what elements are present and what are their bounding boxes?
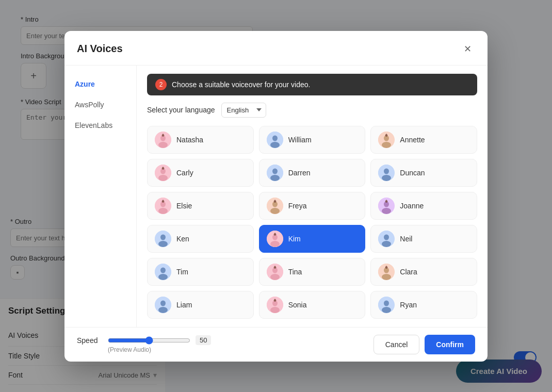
voice-name-clara: Clara: [400, 268, 417, 276]
svg-point-31: [160, 234, 166, 240]
voice-card-darren[interactable]: Darren: [259, 159, 366, 187]
voice-name-ken: Ken: [176, 235, 189, 243]
voice-card-ryan[interactable]: Ryan: [370, 291, 477, 319]
voice-name-carly: Carly: [176, 169, 193, 177]
voice-card-annette[interactable]: Annette: [370, 126, 477, 154]
voice-card-tim[interactable]: Tim: [147, 258, 254, 286]
voice-card-natasha[interactable]: Natasha: [147, 126, 254, 154]
svg-point-47: [382, 274, 391, 280]
voice-name-liam: Liam: [176, 301, 192, 309]
voice-name-neil: Neil: [400, 235, 412, 243]
svg-point-14: [158, 175, 168, 181]
voice-name-freya: Freya: [288, 202, 307, 210]
svg-point-5: [158, 142, 168, 148]
voice-name-kim: Kim: [288, 235, 301, 243]
voice-card-freya[interactable]: Freya: [259, 192, 366, 220]
voice-avatar-kim: [267, 231, 283, 247]
svg-point-56: [382, 307, 391, 313]
svg-point-23: [158, 208, 168, 214]
confirm-button[interactable]: Confirm: [425, 335, 475, 354]
voice-avatar-natasha: [155, 132, 171, 148]
voice-card-sonia[interactable]: Sonia: [259, 291, 366, 319]
voice-avatar-duncan: [378, 165, 395, 181]
voice-name-elsie: Elsie: [176, 202, 192, 210]
voice-card-liam[interactable]: Liam: [147, 291, 254, 319]
speed-label: Speed: [77, 336, 103, 345]
modal-footer: Speed 50 (Preview Audio) Cancel Confirm: [64, 327, 488, 362]
modal-body: Azure AwsPolly ElevenLabs 2 Choose a sui…: [64, 66, 488, 327]
voice-avatar-clara: [378, 264, 395, 280]
svg-point-32: [158, 241, 168, 247]
voice-avatar-tim: [155, 264, 171, 280]
speed-row: Speed 50: [77, 335, 365, 345]
svg-point-55: [384, 300, 389, 306]
voice-name-joanne: Joanne: [400, 202, 424, 210]
tooltip-text: Choose a suitable voiceover for your vid…: [172, 80, 310, 89]
voice-name-sonia: Sonia: [288, 301, 307, 309]
svg-point-8: [270, 142, 280, 148]
language-select[interactable]: English Spanish French: [221, 103, 266, 118]
voice-avatar-neil: [378, 231, 395, 247]
sidebar-item-azure[interactable]: Azure: [64, 74, 136, 94]
svg-point-11: [382, 142, 391, 148]
voice-name-annette: Annette: [400, 136, 425, 144]
tooltip-badge: 2: [155, 79, 167, 90]
modal-header: AI Voices ✕: [64, 31, 488, 66]
voice-avatar-tina: [267, 264, 283, 280]
speed-section: Speed 50 (Preview Audio): [77, 335, 365, 353]
speed-slider[interactable]: [108, 336, 190, 345]
sidebar-item-awspolly[interactable]: AwsPolly: [64, 94, 136, 115]
svg-point-7: [272, 135, 278, 141]
svg-point-35: [270, 241, 280, 247]
voice-main-content: 2 Choose a suitable voiceover for your v…: [137, 66, 488, 327]
svg-point-17: [270, 175, 280, 181]
voice-card-ken[interactable]: Ken: [147, 225, 254, 253]
voice-card-tina[interactable]: Tina: [259, 258, 366, 286]
voice-card-william[interactable]: William: [259, 126, 366, 154]
voice-provider-sidebar: Azure AwsPolly ElevenLabs: [64, 66, 137, 327]
voice-name-duncan: Duncan: [400, 169, 425, 177]
voice-avatar-elsie: [155, 198, 171, 214]
svg-point-53: [270, 307, 280, 313]
svg-point-50: [158, 307, 168, 313]
voice-name-tina: Tina: [288, 268, 302, 276]
voice-avatar-william: [267, 132, 283, 148]
voice-avatar-freya: [267, 198, 283, 214]
voice-name-william: William: [288, 136, 312, 144]
svg-point-38: [382, 241, 391, 247]
voice-card-elsie[interactable]: Elsie: [147, 192, 254, 220]
voice-card-neil[interactable]: Neil: [370, 225, 477, 253]
voice-card-kim[interactable]: Kim: [259, 225, 366, 253]
voice-avatar-joanne: [378, 198, 395, 214]
modal-title: AI Voices: [77, 43, 123, 55]
voice-avatar-annette: [378, 132, 395, 148]
modal-overlay: AI Voices ✕ Azure AwsPolly ElevenLabs 2 …: [0, 0, 552, 392]
svg-point-16: [272, 168, 278, 174]
cancel-button[interactable]: Cancel: [374, 335, 420, 354]
voice-card-carly[interactable]: Carly: [147, 159, 254, 187]
close-modal-button[interactable]: ✕: [460, 41, 475, 57]
ai-voices-modal: AI Voices ✕ Azure AwsPolly ElevenLabs 2 …: [64, 31, 488, 362]
voice-card-duncan[interactable]: Duncan: [370, 159, 477, 187]
voice-card-joanne[interactable]: Joanne: [370, 192, 477, 220]
voice-name-ryan: Ryan: [400, 301, 417, 309]
svg-point-37: [384, 234, 389, 240]
voice-avatar-darren: [267, 165, 283, 181]
voice-avatar-liam: [155, 297, 171, 313]
svg-point-19: [384, 168, 389, 174]
svg-point-40: [160, 267, 166, 273]
speed-value: 50: [196, 335, 211, 345]
svg-point-29: [382, 208, 391, 214]
voice-card-clara[interactable]: Clara: [370, 258, 477, 286]
language-row: Select your language English Spanish Fre…: [147, 103, 477, 118]
svg-point-26: [270, 208, 280, 214]
voice-avatar-carly: [155, 165, 171, 181]
voice-avatar-sonia: [267, 297, 283, 313]
svg-point-44: [270, 274, 280, 280]
svg-point-41: [158, 274, 168, 280]
sidebar-item-elevenlabs[interactable]: ElevenLabs: [64, 115, 136, 136]
footer-buttons: Cancel Confirm: [374, 335, 475, 354]
voice-avatar-ken: [155, 231, 171, 247]
svg-point-49: [160, 300, 166, 306]
voice-name-darren: Darren: [288, 169, 311, 177]
